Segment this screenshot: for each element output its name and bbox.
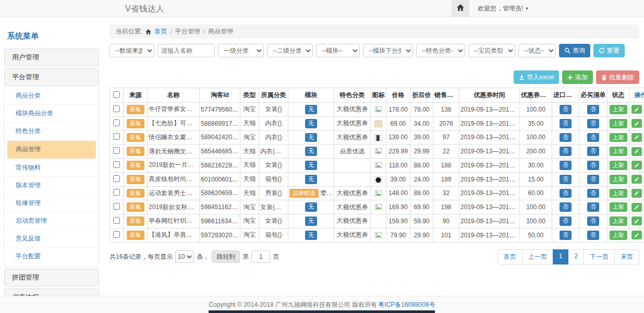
row-checkbox[interactable] <box>113 231 120 238</box>
must-buy-toggle[interactable]: 否 <box>587 175 599 184</box>
feature-category-filter[interactable]: --特色分类-- <box>416 44 465 57</box>
module-filter[interactable]: --模块-- <box>316 44 360 57</box>
sidebar-item-版本管理[interactable]: 版本管理 <box>7 177 96 195</box>
module-badge[interactable]: 无 <box>305 175 317 184</box>
import-select-toggle[interactable]: 否 <box>560 105 572 114</box>
status-badge[interactable]: 上架 <box>610 119 627 128</box>
status-badge[interactable]: 上架 <box>610 231 627 240</box>
status-badge[interactable]: 上架 <box>610 147 627 156</box>
import-select-toggle[interactable]: 否 <box>560 202 572 212</box>
name-search-input[interactable] <box>157 44 215 57</box>
select-all-checkbox[interactable] <box>113 91 120 98</box>
sidebar-section-拼团管理[interactable]: 拼团管理 <box>4 269 99 286</box>
sidebar-item-宣传物料[interactable]: 宣传物料 <box>7 159 96 177</box>
import-select-toggle[interactable]: 否 <box>560 216 572 226</box>
status-badge[interactable]: 上架 <box>610 175 627 184</box>
edit-button[interactable] <box>631 231 642 239</box>
sidebar-item-商品管理[interactable]: 商品管理 <box>7 141 96 159</box>
module-badge[interactable]: 无 <box>305 202 317 212</box>
edit-button[interactable] <box>631 119 642 128</box>
module-badge[interactable]: 品牌精选 <box>289 189 319 198</box>
row-checkbox[interactable] <box>113 119 120 126</box>
page-button-1[interactable]: 1 <box>553 249 569 264</box>
data-source-filter[interactable]: --数据来源-- <box>110 44 154 57</box>
sidebar-section-平台管理[interactable]: 平台管理 <box>4 68 99 86</box>
row-checkbox[interactable] <box>113 189 120 196</box>
import-select-toggle[interactable]: 否 <box>560 147 572 156</box>
page-button-下一页[interactable]: 下一页 <box>584 249 615 264</box>
edit-button[interactable] <box>631 175 642 184</box>
edit-button[interactable] <box>631 105 642 114</box>
icp-link[interactable]: 粤ICP备16098006号 <box>378 300 435 309</box>
status-badge[interactable]: 上架 <box>610 216 627 226</box>
must-buy-toggle[interactable]: 否 <box>587 147 599 156</box>
sidebar-item-意见反馈[interactable]: 意见反馈 <box>7 230 96 248</box>
module-badge[interactable]: 无 <box>305 105 317 114</box>
must-buy-toggle[interactable]: 否 <box>587 231 599 240</box>
status-badge[interactable]: 上架 <box>610 189 627 198</box>
row-checkbox[interactable] <box>113 147 120 154</box>
search-button[interactable]: 查询 <box>559 44 590 57</box>
import-select-toggle[interactable]: 否 <box>560 119 572 128</box>
per-page-select[interactable]: 10 <box>175 250 194 263</box>
batch-delete-button[interactable]: 批量删除 <box>596 70 639 84</box>
row-checkbox[interactable] <box>113 203 120 210</box>
row-checkbox[interactable] <box>113 133 120 140</box>
level2-category-filter[interactable]: --二级分类-- <box>267 44 313 57</box>
must-buy-toggle[interactable]: 否 <box>587 161 599 170</box>
breadcrumb-home-link[interactable]: 首页 <box>154 27 167 36</box>
sidebar-section-省惠快报[interactable]: 省惠快报 <box>4 288 99 296</box>
page-button-上一页[interactable]: 上一页 <box>522 249 553 264</box>
import-select-toggle[interactable]: 否 <box>560 161 572 170</box>
page-button-首页[interactable]: 首页 <box>497 249 523 264</box>
status-filter[interactable]: --状态-- <box>518 44 556 57</box>
module-badge[interactable]: 无 <box>305 133 317 142</box>
page-button-末页[interactable]: 末页 <box>614 249 639 264</box>
sidebar-item-特色分类[interactable]: 特色分类 <box>7 123 96 140</box>
module-badge[interactable]: 无 <box>305 119 317 128</box>
must-buy-toggle[interactable]: 否 <box>587 202 599 212</box>
status-badge[interactable]: 上架 <box>610 202 627 212</box>
reset-button[interactable]: 重置 <box>593 44 625 57</box>
must-buy-toggle[interactable]: 否 <box>587 119 599 128</box>
row-checkbox[interactable] <box>113 175 120 182</box>
user-menu[interactable]: 欢迎您，管理员!▾ <box>478 4 528 13</box>
must-buy-toggle[interactable]: 否 <box>587 105 599 114</box>
status-badge[interactable]: 上架 <box>610 161 627 170</box>
status-badge[interactable]: 上架 <box>610 133 627 142</box>
home-button[interactable] <box>452 0 469 17</box>
edit-button[interactable] <box>631 147 642 156</box>
sidebar-section-用户管理[interactable]: 用户管理 <box>4 49 99 66</box>
module-badge[interactable]: 无 <box>305 231 317 240</box>
level1-category-filter[interactable]: 一级分类 <box>218 44 264 57</box>
item-type-filter[interactable]: --宝贝类型-- <box>468 44 515 57</box>
import-select-toggle[interactable]: 否 <box>560 231 572 240</box>
sidebar-item-商品分类[interactable]: 商品分类 <box>7 87 96 105</box>
module-badge[interactable]: 无 <box>305 161 317 170</box>
page-number-input[interactable] <box>251 250 270 263</box>
module-subcategory-filter[interactable]: --模块下分类-- <box>363 44 413 57</box>
import-select-toggle[interactable]: 否 <box>560 133 572 142</box>
module-badge[interactable]: 无 <box>305 147 317 156</box>
must-buy-toggle[interactable]: 否 <box>587 189 599 198</box>
edit-button[interactable] <box>631 203 642 212</box>
edit-button[interactable] <box>631 161 642 170</box>
import-excel-button[interactable]: 导入excel <box>514 70 559 84</box>
row-checkbox[interactable] <box>113 217 120 224</box>
jump-button[interactable]: 跳转到 <box>212 250 240 263</box>
import-select-toggle[interactable]: 否 <box>560 175 572 184</box>
edit-button[interactable] <box>631 189 642 198</box>
sidebar-item-启动页管理[interactable]: 启动页管理 <box>7 212 96 230</box>
must-buy-toggle[interactable]: 否 <box>587 216 599 226</box>
import-select-toggle[interactable]: 否 <box>560 189 572 198</box>
sidebar-item-平台配置[interactable]: 平台配置 <box>7 248 96 265</box>
row-checkbox[interactable] <box>113 161 120 168</box>
sidebar-item-轮播管理[interactable]: 轮播管理 <box>7 195 96 212</box>
module-badge[interactable]: 无 <box>305 216 317 226</box>
edit-button[interactable] <box>631 216 642 225</box>
page-button-2[interactable]: 2 <box>568 249 584 264</box>
row-checkbox[interactable] <box>113 105 120 112</box>
status-badge[interactable]: 上架 <box>610 105 627 114</box>
add-button[interactable]: 添加 <box>562 70 593 84</box>
edit-button[interactable] <box>631 133 642 142</box>
